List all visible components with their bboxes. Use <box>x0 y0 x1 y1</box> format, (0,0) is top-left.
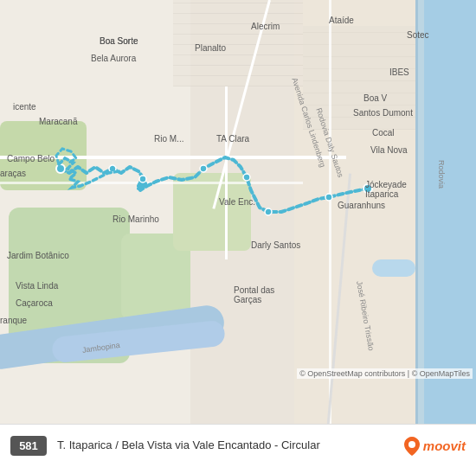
route-name: T. Itaparica / Bela Vista via Vale Encan… <box>57 438 394 453</box>
attribution: © OpenStreetMap contributors | © OpenMap… <box>297 368 473 379</box>
route-badge: 581 <box>10 436 47 456</box>
moovit-logo: moovit <box>404 437 466 456</box>
map-container: Boa Sorte Boa Sorte Bela Aurora Planalto… <box>0 0 476 467</box>
bottom-bar: 581 T. Itaparica / Bela Vista via Vale E… <box>0 424 476 467</box>
moovit-pin-icon <box>404 437 420 456</box>
svg-point-9 <box>408 441 415 448</box>
moovit-text: moovit <box>423 438 466 453</box>
map-area: Boa Sorte Boa Sorte Bela Aurora Planalto… <box>0 0 476 424</box>
